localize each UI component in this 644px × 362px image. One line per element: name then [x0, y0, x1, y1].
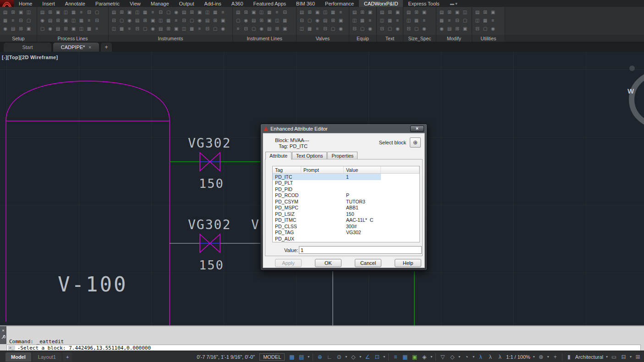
- workspace-value[interactable]: Architectural: [574, 354, 604, 360]
- ribbon-tool-icon[interactable]: ⊞: [141, 16, 149, 24]
- ribbon-tool-icon[interactable]: ⊞: [211, 16, 219, 24]
- header-value[interactable]: Value: [344, 166, 381, 173]
- ribbon-tool-icon[interactable]: ▢: [386, 24, 394, 33]
- snap-mode-icon[interactable]: ▤: [297, 352, 306, 362]
- ribbon-tool-icon[interactable]: ▤: [9, 24, 17, 33]
- ribbon-tool-icon[interactable]: ▦: [413, 16, 420, 24]
- ribbon-tool-icon[interactable]: ▣: [62, 16, 70, 24]
- file-tab-start[interactable]: Start: [4, 43, 51, 52]
- ribbon-tool-icon[interactable]: ≡: [273, 8, 281, 16]
- ribbon-tool-icon[interactable]: ▤: [265, 24, 273, 33]
- ribbon-tool-icon[interactable]: ▣: [420, 8, 428, 16]
- dynamic-input-icon[interactable]: ⊕: [315, 352, 324, 362]
- ribbon-tool-icon[interactable]: ◫: [473, 16, 481, 24]
- ribbon-tool-icon[interactable]: ⊟: [453, 16, 461, 24]
- ribbon-tool-icon[interactable]: ◫: [273, 16, 281, 24]
- ribbon-tool-icon[interactable]: ▢: [25, 16, 33, 24]
- attribute-row[interactable]: PD_AUX: [273, 236, 419, 242]
- ribbon-tool-icon[interactable]: ▢: [358, 24, 366, 33]
- ribbon-tool-icon[interactable]: ▣: [17, 8, 25, 16]
- ribbon-tool-icon[interactable]: ⊞: [306, 8, 314, 16]
- ribbon-tool-icon[interactable]: ▤: [378, 8, 386, 16]
- ribbon-tool-icon[interactable]: ▢: [250, 24, 258, 33]
- ribbon-tool-icon[interactable]: ▦: [141, 8, 149, 16]
- annotation-scale-icon[interactable]: λ: [495, 352, 504, 362]
- ribbon-tool-icon[interactable]: ▤: [180, 8, 188, 16]
- chevron-down-icon[interactable]: ▾: [358, 355, 362, 359]
- isolate-objects-icon[interactable]: ⊞: [633, 352, 642, 362]
- attribute-row[interactable]: PD_ITMC AAC-11L* C: [273, 217, 419, 224]
- ribbon-tool-icon[interactable]: ≡: [172, 16, 180, 24]
- ribbon-tool-icon[interactable]: ⊟: [298, 16, 306, 24]
- ribbon-tool-icon[interactable]: ⊞: [446, 8, 453, 16]
- ribbon-tool-icon[interactable]: ◉: [438, 24, 446, 33]
- ribbon-tool-icon[interactable]: ▢: [39, 24, 46, 33]
- ribbon-tool-icon[interactable]: ▦: [165, 16, 172, 24]
- ribbon-tool-icon[interactable]: ▤: [438, 8, 446, 16]
- ribbon-tool-icon[interactable]: ≡: [149, 8, 157, 16]
- ribbon-tool-icon[interactable]: ▣: [461, 24, 469, 33]
- ribbon-tool-icon[interactable]: ◫: [321, 8, 329, 16]
- valve1-size-label[interactable]: 150: [199, 176, 224, 191]
- ribbon-tool-icon[interactable]: ⊞: [17, 24, 25, 33]
- object-snap-tracking-icon[interactable]: ∠: [363, 352, 372, 362]
- ribbon-tool-icon[interactable]: ◫: [298, 24, 306, 33]
- application-menu-icon[interactable]: [0, 0, 14, 7]
- ribbon-tab-add-ins[interactable]: Add-ins: [199, 0, 226, 7]
- help-button[interactable]: Help: [395, 259, 421, 267]
- ribbon-tool-icon[interactable]: ▦: [188, 24, 196, 33]
- ribbon-tool-icon[interactable]: ◉: [126, 16, 133, 24]
- ribbon-tool-icon[interactable]: ▣: [149, 16, 157, 24]
- ribbon-tool-icon[interactable]: ⊞: [258, 16, 265, 24]
- autoscale-icon[interactable]: λ: [486, 352, 495, 362]
- transparency-icon[interactable]: ▦: [401, 352, 409, 362]
- ribbon-tool-icon[interactable]: ▣: [219, 16, 227, 24]
- attribute-row[interactable]: PD_TAG VG302: [273, 230, 419, 236]
- ribbon-tool-icon[interactable]: ⊞: [54, 16, 62, 24]
- ribbon-tool-icon[interactable]: ≡: [489, 16, 497, 24]
- ribbon-tool-icon[interactable]: ◉: [314, 16, 321, 24]
- ribbon-tool-icon[interactable]: ⊞: [329, 16, 337, 24]
- new-layout-icon[interactable]: +: [63, 352, 72, 362]
- attribute-row[interactable]: PD_CSYM TUTOR3: [273, 198, 419, 205]
- ribbon-tool-icon[interactable]: ▢: [329, 24, 337, 33]
- ribbon-tool-icon[interactable]: ▤: [1, 8, 9, 16]
- ribbon-tool-icon[interactable]: ⊞: [386, 8, 394, 16]
- ribbon-tab-performance[interactable]: Performance: [320, 0, 359, 7]
- ribbon-tool-icon[interactable]: ⊟: [351, 24, 358, 33]
- ribbon-tool-icon[interactable]: ▤: [157, 24, 165, 33]
- valve1-tag-label[interactable]: VG302: [188, 136, 231, 151]
- ribbon-tool-icon[interactable]: ▣: [250, 8, 258, 16]
- ribbon-tool-icon[interactable]: ▢: [141, 24, 149, 33]
- ribbon-tool-icon[interactable]: ⊟: [473, 24, 481, 33]
- layout1-tab[interactable]: Layout1: [33, 352, 61, 362]
- ribbon-tool-icon[interactable]: ⊞: [358, 8, 366, 16]
- polar-tracking-icon[interactable]: ⊙: [335, 352, 343, 362]
- ribbon-tool-icon[interactable]: ▣: [489, 8, 497, 16]
- header-prompt[interactable]: Prompt: [301, 166, 344, 173]
- chevron-down-icon[interactable]: ▾: [605, 355, 609, 359]
- chevron-down-icon[interactable]: ▾: [307, 355, 310, 359]
- ribbon-tool-icon[interactable]: ⊞: [165, 24, 172, 33]
- ribbon-tool-icon[interactable]: ▢: [413, 24, 420, 33]
- ribbon-tool-icon[interactable]: ≡: [314, 24, 321, 33]
- ribbon-tab-home[interactable]: Home: [14, 0, 37, 7]
- object-snap-icon[interactable]: ⊡: [373, 352, 381, 362]
- ribbon-tool-icon[interactable]: ◉: [258, 24, 265, 33]
- ribbon-tool-icon[interactable]: ▢: [188, 16, 196, 24]
- ribbon-tool-icon[interactable]: ▤: [39, 8, 46, 16]
- ribbon-tool-icon[interactable]: ≡: [234, 24, 242, 33]
- model-space-toggle[interactable]: MODEL: [259, 353, 285, 361]
- chevron-down-icon[interactable]: ▾: [532, 355, 536, 359]
- ribbon-tab-output[interactable]: Output: [174, 0, 199, 7]
- attribute-row[interactable]: PD_LSIZ 150: [273, 211, 419, 217]
- ribbon-tool-icon[interactable]: ◫: [180, 24, 188, 33]
- viewcube-west-label[interactable]: W: [627, 87, 634, 95]
- ribbon-tab-a360[interactable]: A360: [226, 0, 248, 7]
- attribute-row[interactable]: PD_RCOD P: [273, 192, 419, 199]
- ribbon-tool-icon[interactable]: ◫: [25, 8, 33, 16]
- new-tab-icon[interactable]: +: [101, 43, 112, 52]
- ribbon-tab-annotate[interactable]: Annotate: [60, 0, 90, 7]
- ribbon-tool-icon[interactable]: ▦: [481, 16, 489, 24]
- ribbon-tool-icon[interactable]: ◉: [420, 24, 428, 33]
